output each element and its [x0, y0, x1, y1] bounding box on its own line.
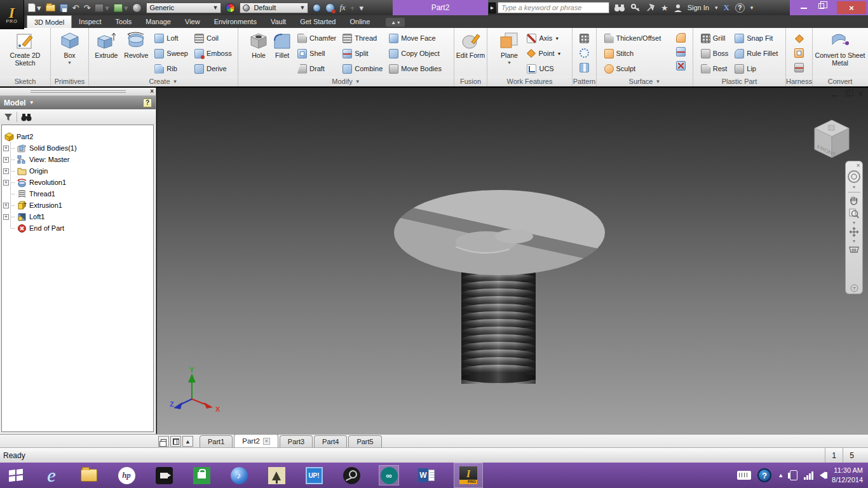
emboss-button[interactable]: Emboss: [192, 46, 234, 61]
view-cube[interactable]: FRONT RIGHT: [807, 114, 857, 166]
navigation-wheel-icon[interactable]: [847, 170, 861, 184]
browser-header[interactable]: Model ▼ ?: [0, 96, 156, 109]
orbit-icon[interactable]: [848, 226, 860, 238]
communication-center-icon[interactable]: [646, 3, 655, 12]
tray-show-hidden-icon[interactable]: ▲: [778, 472, 783, 478]
help-dropdown-icon[interactable]: ▾: [750, 5, 754, 11]
doc-tab-part4[interactable]: Part4: [314, 435, 347, 447]
taskbar-windows-store[interactable]: [192, 466, 211, 485]
expand-plus-icon[interactable]: +: [3, 180, 9, 186]
qat-customize-button[interactable]: ▾: [359, 2, 363, 13]
expand-plus-icon[interactable]: +: [3, 203, 9, 208]
boss-button[interactable]: Boss: [698, 46, 731, 61]
doc-close-button[interactable]: ×: [858, 90, 863, 98]
taskbar-file-explorer[interactable]: [79, 466, 98, 485]
user-icon[interactable]: [674, 4, 682, 12]
look-at-icon[interactable]: [848, 245, 860, 255]
stitch-button[interactable]: Stitch: [602, 46, 673, 61]
convert-to-sheet-metal-button[interactable]: Convert to Sheet Metal: [815, 30, 865, 76]
harness-point-button[interactable]: [792, 32, 806, 46]
tree-item-view-master[interactable]: + View: Master: [2, 154, 153, 165]
expand-plus-icon[interactable]: +: [3, 214, 9, 220]
save-button[interactable]: [60, 2, 68, 13]
edit-form-button[interactable]: Edit Form: [456, 30, 485, 76]
copy-object-button[interactable]: Copy Object: [386, 46, 444, 61]
draft-button[interactable]: Draft: [295, 61, 339, 76]
close-button[interactable]: ×: [837, 1, 866, 14]
find-binoculars-icon[interactable]: [21, 113, 32, 121]
coil-button[interactable]: Coil: [192, 30, 234, 46]
expand-plus-icon[interactable]: +: [3, 157, 9, 163]
new-file-button[interactable]: ▾: [28, 2, 41, 13]
sculpt-button[interactable]: Sculpt: [602, 61, 673, 76]
taskbar-internet-explorer[interactable]: e: [42, 466, 61, 485]
tree-item-end-of-part[interactable]: End of Part: [2, 222, 153, 234]
sweep-button[interactable]: Sweep: [152, 46, 191, 61]
thread-button[interactable]: Thread: [340, 30, 385, 46]
snap-fit-button[interactable]: Snap Fit: [732, 30, 780, 46]
delete-face-button[interactable]: [674, 58, 688, 72]
tree-item-part[interactable]: Part2: [2, 131, 153, 142]
browser-grip-bar[interactable]: ×: [0, 88, 156, 96]
undo-button[interactable]: ↶: [72, 2, 79, 13]
taskbar-itunes[interactable]: ♪: [229, 466, 248, 485]
derive-button[interactable]: Derive: [192, 61, 234, 76]
material-dropdown[interactable]: Generic▼: [146, 3, 221, 13]
volume-icon[interactable]: [820, 471, 825, 479]
tab-manage[interactable]: Manage: [139, 15, 178, 28]
chevron-down-icon[interactable]: ▼: [852, 239, 857, 243]
minimize-button[interactable]: [801, 8, 807, 9]
doc-restore-button[interactable]: [845, 92, 850, 97]
key-icon[interactable]: [631, 3, 641, 12]
tab-3d-model[interactable]: 3D Model: [27, 15, 72, 28]
browser-close-icon[interactable]: ×: [150, 88, 154, 95]
taskbar-steam[interactable]: [342, 466, 361, 485]
taskbar-word[interactable]: W: [417, 466, 436, 485]
fillet-button[interactable]: Fillet: [271, 30, 294, 76]
doc-tab-part3[interactable]: Part3: [280, 435, 313, 447]
ribbon-minimize-button[interactable]: ▲ ▾: [386, 18, 405, 27]
tray-help-icon[interactable]: ?: [757, 468, 771, 482]
parameters-button[interactable]: fx: [339, 2, 345, 13]
tab-tools[interactable]: Tools: [109, 15, 139, 28]
panel-label-modify[interactable]: Modify▼: [238, 76, 454, 86]
rib-button[interactable]: Rib: [152, 61, 191, 76]
taskbar-nature-app[interactable]: [267, 466, 286, 485]
search-input[interactable]: [498, 2, 609, 13]
appearance-dropdown[interactable]: Default▼: [240, 3, 308, 13]
panel-label-create[interactable]: Create▼: [89, 76, 238, 86]
doc-tab-part5[interactable]: Part5: [348, 435, 381, 447]
tree-item-solid-bodies[interactable]: + Solid Bodies(1): [2, 142, 153, 154]
lip-button[interactable]: Lip: [732, 61, 780, 76]
tray-clock[interactable]: 11:30 AM 8/12/2014: [832, 466, 863, 485]
network-signal-icon[interactable]: [804, 471, 813, 480]
combine-button[interactable]: Combine: [340, 61, 385, 76]
chamfer-button[interactable]: Chamfer: [295, 30, 339, 46]
tab-scroll-up-button[interactable]: ▲: [182, 436, 193, 447]
navbar-close-icon[interactable]: ✕: [856, 163, 860, 168]
tile-windows-button[interactable]: [170, 436, 181, 447]
graphics-viewport[interactable]: × FRONT RIGHT ✕ ▼ ▼ ▼: [157, 88, 868, 434]
doc-minimize-button[interactable]: [832, 95, 837, 97]
axis-button[interactable]: Axis▼: [524, 30, 564, 46]
panel-label-surface[interactable]: Surface▼: [597, 76, 693, 86]
cascade-windows-button[interactable]: [158, 436, 169, 447]
chevron-down-icon[interactable]: ▼: [852, 185, 857, 189]
taskbar-inventor[interactable]: IPRO: [454, 463, 482, 487]
trim-surface-button[interactable]: [674, 44, 688, 58]
adjust-material-button[interactable]: [313, 2, 321, 13]
zoom-icon[interactable]: [848, 208, 860, 219]
taskbar-hp-app[interactable]: hp: [117, 466, 136, 485]
point-button[interactable]: Point▼: [524, 46, 564, 61]
thicken-offset-button[interactable]: Thicken/Offset: [602, 30, 673, 46]
sign-in-dropdown-icon[interactable]: ▾: [715, 5, 718, 11]
rule-fillet-button[interactable]: Rule Fillet: [732, 46, 780, 61]
touch-keyboard-icon[interactable]: [737, 471, 751, 480]
grill-button[interactable]: Grill: [698, 30, 731, 46]
move-face-button[interactable]: Move Face: [386, 30, 444, 46]
inventor-logo[interactable]: I PRO: [0, 0, 24, 29]
sign-in-button[interactable]: Sign In: [688, 4, 709, 11]
doc-tab-part2[interactable]: Part2×: [234, 434, 278, 447]
tab-inspect[interactable]: Inspect: [72, 15, 108, 28]
move-bodies-button[interactable]: Move Bodies: [386, 61, 444, 76]
